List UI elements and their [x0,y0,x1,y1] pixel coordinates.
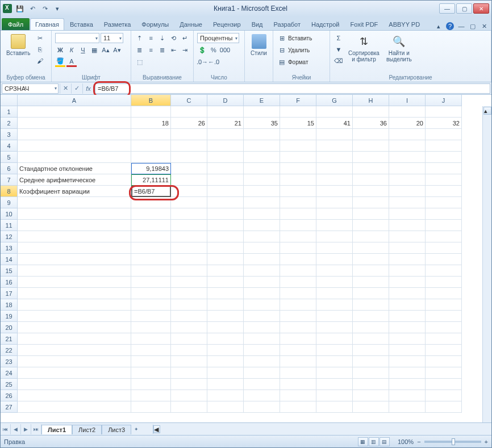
cell-D23[interactable] [207,356,244,367]
comma-icon[interactable]: 000 [220,45,230,55]
cell-B26[interactable] [131,390,171,401]
row-header-11[interactable]: 11 [1,220,18,231]
cell-F26[interactable] [280,390,316,401]
cell-J15[interactable] [426,265,462,277]
cell-A16[interactable] [18,277,131,288]
cell-E5[interactable] [244,152,280,163]
delete-cells-icon[interactable]: ⊟ [277,45,287,55]
doc-restore-icon[interactable]: ▢ [469,22,477,30]
cell-J25[interactable] [426,379,462,390]
cell-J24[interactable] [426,367,462,379]
cell-J26[interactable] [426,390,462,401]
cell-A2[interactable] [18,118,131,129]
cell-G8[interactable] [316,186,353,197]
format-cells-icon[interactable]: ▤ [277,57,287,67]
cell-I9[interactable] [389,197,426,208]
bold-icon[interactable]: Ж [55,45,65,55]
cell-H23[interactable] [353,356,389,367]
row-header-8[interactable]: 8 [1,186,18,197]
cell-D13[interactable] [207,242,244,254]
cell-I2[interactable]: 20 [389,118,426,129]
cell-A19[interactable] [18,311,131,322]
grow-font-icon[interactable]: A▴ [101,45,111,55]
cell-A25[interactable] [18,379,131,390]
cell-G24[interactable] [316,367,353,379]
cell-F21[interactable] [280,333,316,345]
cell-B25[interactable] [131,379,171,390]
cell-H12[interactable] [353,231,389,242]
sheet-tab-2[interactable]: Лист2 [72,425,102,434]
row-header-13[interactable]: 13 [1,242,18,254]
cell-C4[interactable] [171,140,207,152]
sheet-nav-last-icon[interactable]: ⏭ [31,424,41,434]
cell-I14[interactable] [389,254,426,265]
cell-H6[interactable] [353,163,389,174]
cell-F6[interactable] [280,163,316,174]
cell-E19[interactable] [244,311,280,322]
row-header-9[interactable]: 9 [1,197,18,208]
wrap-text-icon[interactable]: ↵ [180,33,190,43]
cell-D6[interactable] [207,163,244,174]
cell-F17[interactable] [280,288,316,299]
cell-H8[interactable] [353,186,389,197]
percent-icon[interactable]: % [209,45,219,55]
cell-D27[interactable] [207,401,244,413]
format-painter-icon[interactable]: 🖌 [35,56,45,66]
cell-I10[interactable] [389,208,426,220]
cell-D19[interactable] [207,311,244,322]
cell-E20[interactable] [244,322,280,333]
cell-J7[interactable] [426,174,462,186]
close-button[interactable]: ✕ [473,3,489,14]
cell-G16[interactable] [316,277,353,288]
cell-D12[interactable] [207,231,244,242]
cell-D25[interactable] [207,379,244,390]
cell-E16[interactable] [244,277,280,288]
align-top-icon[interactable]: ⇡ [135,33,145,43]
cell-H1[interactable] [353,106,389,118]
cell-A4[interactable] [18,140,131,152]
align-middle-icon[interactable]: ≡ [146,33,156,43]
row-header-23[interactable]: 23 [1,356,18,367]
tab-insert[interactable]: Вставка [65,18,98,30]
doc-close-icon[interactable]: ✕ [480,22,488,30]
vertical-scrollbar[interactable]: ▴ [482,106,491,422]
increase-decimal-icon[interactable]: .0→ [197,57,207,67]
cell-C22[interactable] [171,345,207,356]
cell-H22[interactable] [353,345,389,356]
cell-B6[interactable]: 9,19843 [131,163,171,174]
cell-I26[interactable] [389,390,426,401]
row-header-12[interactable]: 12 [1,231,18,242]
cell-C14[interactable] [171,254,207,265]
cell-C9[interactable] [171,197,207,208]
cell-A10[interactable] [18,208,131,220]
row-header-7[interactable]: 7 [1,174,18,186]
cell-H13[interactable] [353,242,389,254]
insert-cells-icon[interactable]: ⊞ [277,33,287,43]
column-header-D[interactable]: D [207,95,244,106]
cell-F19[interactable] [280,311,316,322]
cell-I22[interactable] [389,345,426,356]
cell-J27[interactable] [426,401,462,413]
cell-C5[interactable] [171,152,207,163]
cell-D7[interactable] [207,174,244,186]
cell-E14[interactable] [244,254,280,265]
cell-G5[interactable] [316,152,353,163]
cell-A21[interactable] [18,333,131,345]
cell-H5[interactable] [353,152,389,163]
align-right-icon[interactable]: ≣ [157,45,168,55]
cell-I4[interactable] [389,140,426,152]
cell-G11[interactable] [316,220,353,231]
cell-D5[interactable] [207,152,244,163]
row-header-14[interactable]: 14 [1,254,18,265]
cell-I12[interactable] [389,231,426,242]
cell-G3[interactable] [316,129,353,140]
tab-addins[interactable]: Надстрой [306,18,344,30]
cell-G9[interactable] [316,197,353,208]
cell-J6[interactable] [426,163,462,174]
save-icon[interactable]: 💾 [15,4,24,13]
cell-B18[interactable] [131,299,171,311]
cell-D26[interactable] [207,390,244,401]
cell-E26[interactable] [244,390,280,401]
cell-C18[interactable] [171,299,207,311]
cell-E3[interactable] [244,129,280,140]
